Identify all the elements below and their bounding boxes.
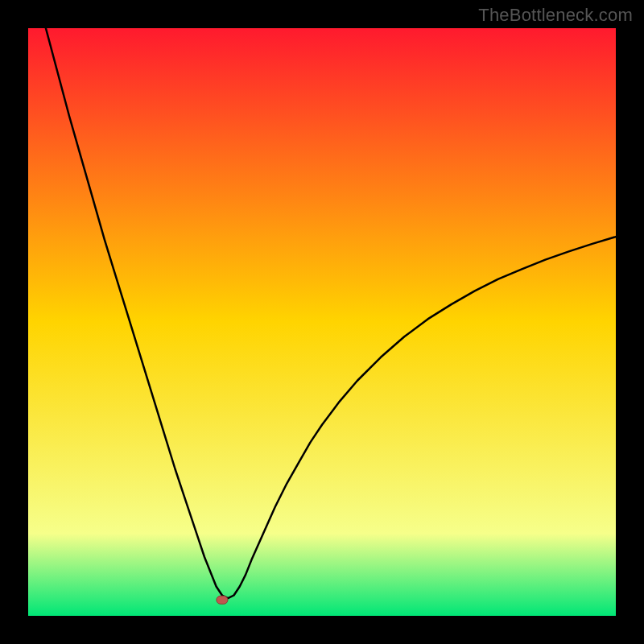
optimal-marker xyxy=(217,596,228,604)
bottleneck-chart xyxy=(28,28,616,616)
gradient-background xyxy=(28,28,616,616)
chart-frame: TheBottleneck.com xyxy=(0,0,644,644)
watermark-text: TheBottleneck.com xyxy=(478,5,633,26)
